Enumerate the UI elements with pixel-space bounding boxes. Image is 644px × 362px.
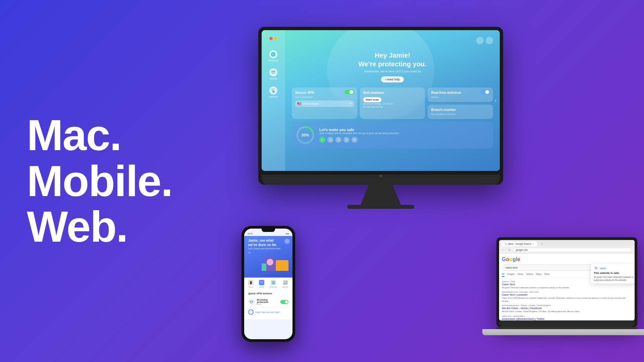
result-title-4[interactable]: weareclario (@weareclario) | Twitter [502, 317, 632, 320]
monitor-stand [361, 185, 401, 205]
app-hero-text: Hey Jamie! We're protecting you. Remembe… [292, 51, 493, 82]
monitor-outer: 🌐 Browsing 🛡 Identity 📡 Network [258, 27, 503, 185]
tab-favicon: 🔍 [504, 243, 507, 245]
phone-nav-identity[interactable]: 🛡 Identity [259, 280, 264, 288]
user-icon-top[interactable] [476, 37, 484, 44]
vpn-quick-title: Browsing protection [257, 299, 278, 303]
scan-status: Scanned today, 11:00 am [363, 102, 422, 105]
network-icon: 📡 [269, 86, 277, 95]
vpn-quick-toggle[interactable] [280, 300, 288, 304]
result-desc-2: Clario Tech | 918 followers on LinkedIn … [502, 297, 632, 302]
address-input[interactable]: google.com [513, 248, 632, 252]
tab-images[interactable]: Images [507, 273, 515, 277]
app-top-icons [476, 37, 493, 44]
sidebar-label-identity: Identity [270, 77, 277, 80]
tab-title: clario - Google Search [508, 243, 531, 245]
progress-subtitle: Just 4 steps left to complete the set up… [319, 132, 399, 135]
country-name: United States [303, 102, 348, 105]
result-url-4: twitter.com › weareclario > [502, 315, 632, 317]
phone-illustration [248, 254, 288, 271]
vpn-toggle[interactable] [344, 89, 354, 95]
browser-tab-inactive[interactable]: + [538, 242, 546, 246]
search-result-4: twitter.com › weareclario > weareclario … [502, 315, 632, 320]
tab-maps[interactable]: Maps [536, 273, 542, 277]
identity-nav-label: Identity [259, 286, 264, 288]
sidebar-item-network[interactable]: 📡 Network [269, 86, 278, 98]
step-5[interactable]: 5 [352, 137, 358, 143]
tab-news[interactable]: News [518, 273, 524, 277]
vpn-status: Not connected [295, 96, 354, 99]
breach-monitor-card: Breach monitor No emails to monitor [428, 105, 493, 119]
safe-badge-popup: 🛡 clario This website is safe. All good!… [591, 264, 635, 284]
result-desc-1: All good! This hasn't detected malware o… [502, 286, 632, 289]
result-url-3: www.facebook.com › Places › London, Unit… [502, 304, 632, 306]
phone-link[interactable]: → [248, 250, 288, 253]
laptop-screen: 🔍 clario - Google Search × + ‹ › ↻ googl… [499, 240, 635, 320]
result-title-3[interactable]: We Are Clario - Home | Facebook [502, 307, 632, 310]
identity-nav-icon: 🛡 [259, 280, 264, 285]
browser-address-bar: ‹ › ↻ google.com [499, 246, 635, 254]
hero-line1: Mac. [27, 112, 172, 158]
breach-title: Breach monitor [431, 108, 490, 112]
browser-tabs: 🔍 clario - Google Search × + [499, 240, 635, 246]
browser-content: Google clario tech All Images News Video… [499, 254, 635, 320]
monitor-chin [262, 175, 500, 185]
tab-more[interactable]: More [544, 273, 550, 277]
progress-percent: 20% [302, 133, 309, 137]
progress-chevron[interactable]: › [495, 98, 496, 104]
antimalware-card: Anti-malware Start scan Scanned today, 1… [360, 87, 425, 119]
phone-nav-browsing[interactable]: 🌐 Browsing [270, 280, 277, 288]
help-button[interactable]: I need help [381, 76, 404, 82]
step-4[interactable]: 4 [343, 137, 350, 143]
traffic-light-red[interactable] [269, 37, 273, 40]
help-text: Hey! How can we help? [256, 311, 280, 313]
browser-tab-active[interactable]: 🔍 clario - Google Search × [501, 241, 537, 246]
network-nav-label: Network [282, 286, 288, 288]
hero-line2: Mobile. [27, 158, 172, 204]
us-flag: 🇺🇸 [297, 102, 301, 106]
back-icon[interactable]: ‹ [502, 248, 503, 252]
result-title-2[interactable]: Clario Tech | LinkedIn [502, 293, 632, 296]
app-reminder: Remember, we're here 24/7 if you need us [292, 70, 493, 73]
reload-icon[interactable]: ↻ [508, 248, 511, 252]
hero-line3: Web. [27, 204, 172, 250]
monitor-wrapper: 🌐 Browsing 🛡 Identity 📡 Network [258, 27, 503, 209]
browsing-nav-icon: 🌐 [271, 280, 276, 285]
settings-icon-top[interactable] [486, 37, 493, 44]
result-desc-3: We Are Clario, London, United Kingdom. 2… [502, 310, 632, 313]
progress-circle: 20% [295, 125, 315, 145]
app-main-content: Hey Jamie! We're protecting you. Remembe… [285, 30, 500, 171]
traffic-light-yellow[interactable] [274, 37, 277, 40]
browser-ui: 🔍 clario - Google Search × + ‹ › ↻ googl… [499, 240, 635, 320]
laptop-wrapper: 🔍 clario - Google Search × + ‹ › ↻ googl… [496, 237, 637, 335]
tab-all[interactable]: All [502, 273, 504, 277]
phone-nav-network[interactable]: 🔄 Network [282, 280, 288, 288]
google-logo: Google [502, 256, 632, 262]
threats-found: No threats found [363, 105, 422, 108]
phone-greeting: Jamie, see what [248, 239, 288, 242]
device-nav-label: Device [248, 286, 253, 288]
phone-bottom-nav: 📱 Device 🛡 Identity 🌐 Browsing 🔄 Network [244, 278, 292, 289]
phone-screen: 10:00 ●●● + Jamie, see what we've done s… [244, 229, 292, 339]
quick-vpn-section: Quick VPN actions 🛡 Browsing protection … [244, 289, 292, 319]
tab-videos[interactable]: Videos [526, 273, 533, 277]
phone-nav-device[interactable]: 📱 Device [248, 280, 254, 288]
start-scan-button[interactable]: Start scan [363, 97, 382, 102]
phone-time: 10:00 [248, 233, 253, 235]
app-header [292, 37, 493, 44]
country-row[interactable]: 🇺🇸 United States ▼ [295, 101, 354, 107]
step-2[interactable]: 2 [327, 137, 333, 143]
safe-badge-text: All good! This hasn't detected malware o… [594, 276, 635, 282]
antivirus-toggle[interactable] [480, 89, 490, 95]
sidebar-item-identity[interactable]: 🛡 Identity [269, 68, 277, 80]
phone-greeting2: we've done so far. [248, 243, 288, 247]
sidebar-item-browsing[interactable]: 🌐 Browsing [269, 50, 278, 62]
quick-vpn-item: 🛡 Browsing protection is on [248, 297, 288, 307]
forward-icon[interactable]: › [505, 248, 506, 252]
tab-close-btn[interactable]: × [532, 242, 534, 245]
phone-settings-btn[interactable]: + [284, 239, 290, 244]
app-ui: 🌐 Browsing 🛡 Identity 📡 Network [262, 30, 500, 171]
step-3[interactable]: 3 [335, 137, 341, 143]
help-row[interactable]: ? Hey! How can we help? [248, 307, 288, 317]
phone-wrapper: 10:00 ●●● + Jamie, see what we've done s… [241, 226, 295, 342]
